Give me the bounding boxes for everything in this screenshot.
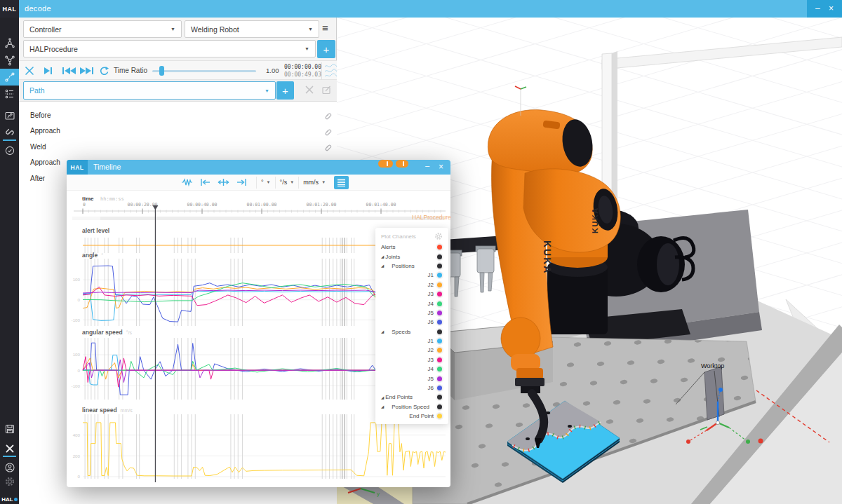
channel-color-dot[interactable] — [437, 329, 442, 334]
tree-expand-icon[interactable]: ◢ — [381, 329, 384, 334]
menu-button[interactable]: ≡ — [322, 22, 328, 34]
channel-color-dot[interactable] — [437, 245, 442, 250]
channel-color-dot[interactable] — [437, 311, 442, 315]
timeline-window[interactable]: HAL Timeline – × °▼ °/s▼ mm/s▼ time hh:m… — [67, 160, 450, 487]
clock-icon[interactable] — [0, 142, 19, 159]
timeline-chart-icon[interactable] — [321, 62, 338, 81]
legend-row[interactable]: J3 — [375, 355, 448, 365]
legend-label: J3 — [381, 291, 437, 297]
channel-color-dot[interactable] — [437, 357, 442, 362]
channel-color-dot[interactable] — [437, 273, 442, 278]
close-button[interactable]: × — [829, 0, 834, 18]
channel-color-dot[interactable] — [437, 376, 442, 381]
legend-row[interactable]: J3 — [375, 290, 448, 299]
channel-color-dot[interactable] — [437, 320, 442, 325]
gizmo-icon[interactable] — [0, 35, 19, 52]
skip-to-start-icon[interactable] — [61, 66, 75, 76]
minimize-button[interactable]: – — [815, 0, 820, 18]
timeline-minimize-button[interactable]: – — [425, 161, 429, 170]
tree-expand-icon[interactable]: ◢ — [381, 404, 384, 409]
controller-select[interactable]: Controller▼ — [23, 20, 182, 38]
channel-color-dot[interactable] — [437, 339, 442, 343]
link-icon[interactable] — [323, 110, 332, 123]
loop-icon[interactable] — [98, 66, 112, 76]
snap-start-icon[interactable] — [196, 177, 213, 188]
skip-to-end-icon[interactable] — [79, 66, 93, 76]
channel-color-dot[interactable] — [437, 367, 442, 372]
time-ruler[interactable]: 000:00:20.0000:00:40.0000:01:00.0000:01:… — [72, 202, 446, 220]
channel-color-dot[interactable] — [437, 386, 442, 390]
channel-color-dot[interactable] — [437, 348, 442, 353]
add-path-button[interactable]: + — [276, 81, 294, 100]
legend-row[interactable]: J1 — [375, 271, 448, 280]
save-icon[interactable] — [0, 421, 19, 437]
procedure-toggle-1[interactable] — [378, 160, 393, 168]
angular-speed-unit-select[interactable]: °/s▼ — [275, 177, 299, 189]
legend-row[interactable]: J1 — [375, 336, 448, 346]
angle-unit-select[interactable]: °▼ — [256, 177, 275, 189]
legend-label: J3 — [381, 357, 437, 363]
robot-select[interactable]: Welding Robot▼ — [185, 20, 319, 38]
channel-color-dot[interactable] — [437, 292, 442, 297]
list-item[interactable]: Weld — [19, 139, 337, 154]
procedure-icon[interactable] — [0, 69, 19, 86]
network-icon[interactable] — [0, 52, 19, 69]
close-project-icon[interactable] — [0, 440, 19, 457]
timeline-close-button[interactable]: × — [439, 162, 443, 172]
channel-color-dot[interactable] — [437, 395, 442, 400]
timeline-titlebar[interactable]: HAL Timeline – × — [67, 160, 450, 175]
svg-text:alert level: alert level — [82, 227, 109, 234]
snap-end-icon[interactable] — [233, 177, 250, 188]
link-icon[interactable] — [323, 142, 332, 154]
link-icon[interactable] — [0, 124, 19, 141]
steps-icon[interactable] — [0, 86, 19, 102]
delete-icon[interactable] — [305, 85, 316, 96]
channel-color-dot[interactable] — [437, 414, 442, 418]
cell-icon[interactable] — [0, 107, 19, 124]
play-step-icon[interactable] — [43, 66, 57, 76]
procedure-toggle-2[interactable] — [396, 160, 408, 168]
gear-icon[interactable] — [0, 473, 19, 490]
legend-row[interactable]: ◢Positions — [375, 261, 448, 271]
legend-row[interactable]: J2 — [375, 346, 448, 355]
legend-row[interactable]: J5 — [375, 308, 448, 318]
legend-row[interactable]: J4 — [375, 299, 448, 308]
time-ratio-slider-handle[interactable] — [159, 66, 164, 76]
list-item[interactable]: Before — [19, 107, 337, 123]
legend-row[interactable]: ◢Position Speed — [375, 402, 448, 411]
legend-row[interactable]: ◢Joints — [375, 252, 448, 261]
legend-row[interactable]: J6 — [375, 383, 448, 393]
stop-icon[interactable] — [25, 66, 39, 76]
legend-row[interactable]: J6 — [375, 318, 448, 327]
plot-channels-button[interactable] — [334, 176, 349, 189]
channel-color-dot[interactable] — [437, 282, 442, 287]
tree-expand-icon[interactable]: ◢ — [381, 395, 384, 400]
tree-expand-icon[interactable]: ◢ — [381, 264, 384, 268]
time-ratio-slider[interactable] — [152, 70, 256, 72]
tree-expand-icon[interactable]: ◢ — [381, 254, 384, 259]
legend-label: J5 — [381, 310, 437, 316]
center-playhead-icon[interactable] — [215, 177, 232, 188]
app-titlebar: decode – × — [0, 0, 842, 18]
link-icon[interactable] — [323, 126, 332, 139]
legend-row[interactable]: End Point — [375, 411, 448, 421]
list-item[interactable]: Approach — [19, 123, 337, 139]
legend-row[interactable]: ◢Speeds — [375, 327, 448, 336]
legend-row[interactable]: ◢End Points — [375, 393, 448, 402]
add-procedure-button[interactable]: + — [317, 40, 335, 58]
legend-row[interactable]: J2 — [375, 280, 448, 290]
channel-color-dot[interactable] — [437, 254, 442, 259]
legend-row[interactable]: Alerts — [375, 243, 448, 252]
linear-speed-unit-select[interactable]: mm/s▼ — [298, 177, 330, 189]
legend-row[interactable]: J4 — [375, 365, 448, 374]
legend-gear-icon[interactable] — [434, 232, 443, 240]
procedure-select[interactable]: HALProcedure▼ — [23, 40, 316, 57]
legend-row[interactable]: J5 — [375, 374, 448, 383]
path-select[interactable]: Path▼ — [23, 81, 276, 100]
channel-color-dot[interactable] — [437, 264, 442, 268]
fit-range-icon[interactable] — [178, 177, 195, 188]
edit-icon[interactable] — [321, 85, 333, 96]
channel-color-dot[interactable] — [437, 301, 442, 306]
channel-color-dot[interactable] — [437, 404, 442, 409]
playhead[interactable] — [152, 205, 158, 482]
